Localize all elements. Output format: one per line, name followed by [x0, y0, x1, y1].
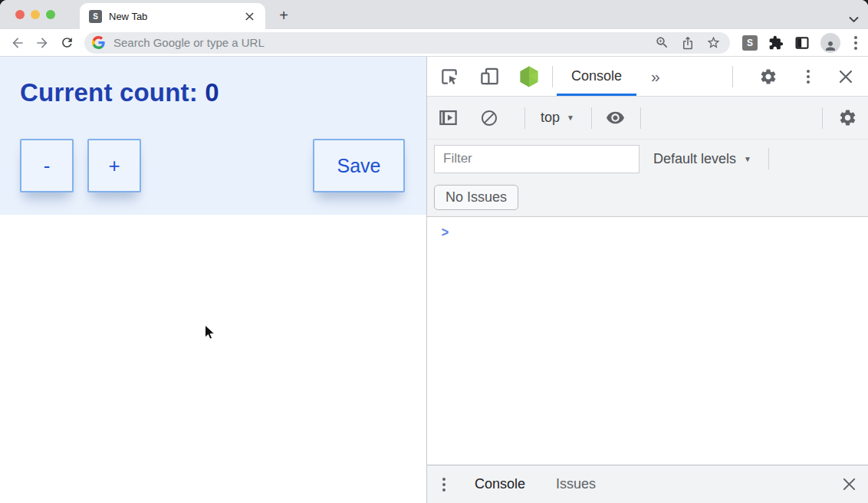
- increment-button[interactable]: +: [87, 139, 141, 192]
- devtools-panel: Console »: [426, 57, 868, 503]
- browser-window: S New Tab +: [0, 0, 868, 503]
- console-prompt-icon[interactable]: >: [442, 224, 449, 241]
- divider: [591, 107, 592, 129]
- more-tabs-icon[interactable]: »: [640, 67, 671, 86]
- console-toolbar: top ▼: [427, 97, 868, 140]
- bookmark-star-icon[interactable]: [706, 35, 721, 50]
- window-controls: [0, 0, 66, 29]
- browser-menu-icon[interactable]: [851, 33, 860, 53]
- context-selector[interactable]: top ▼: [538, 110, 577, 126]
- tab-console-label: Console: [571, 68, 622, 84]
- zoom-window-button[interactable]: [46, 10, 55, 19]
- tab-console[interactable]: Console: [553, 57, 640, 96]
- counter-panel: Current count: 0 - + Save: [0, 57, 426, 215]
- devtools-menu-icon[interactable]: [804, 67, 813, 87]
- console-filter-row: Default levels ▼: [427, 140, 868, 178]
- address-input[interactable]: [112, 35, 655, 50]
- divider: [524, 107, 525, 129]
- device-toolbar-icon[interactable]: [479, 66, 500, 87]
- toolbar-extensions: S: [742, 33, 860, 53]
- counter-heading: Current count: 0: [0, 57, 426, 107]
- log-levels-caret-icon: ▼: [744, 155, 751, 163]
- settings-gear-icon[interactable]: [759, 67, 778, 86]
- browser-toolbar: S: [0, 29, 868, 57]
- browser-tab[interactable]: S New Tab: [80, 3, 265, 29]
- close-window-button[interactable]: [15, 10, 25, 19]
- profile-avatar[interactable]: [820, 33, 840, 53]
- divider: [640, 107, 641, 129]
- drawer-tab-issues[interactable]: Issues: [556, 476, 596, 492]
- extension-s-icon[interactable]: S: [742, 35, 758, 51]
- new-tab-button[interactable]: +: [273, 5, 294, 26]
- tab-close-icon[interactable]: [242, 9, 256, 23]
- devtools-close-icon[interactable]: [839, 70, 853, 84]
- log-levels-label: Default levels: [653, 151, 736, 167]
- inspect-element-icon[interactable]: [439, 67, 459, 87]
- side-panel-icon[interactable]: [794, 35, 810, 51]
- counter-heading-label: Current count:: [20, 78, 205, 107]
- divider: [732, 66, 733, 87]
- tab-favicon: S: [89, 10, 102, 23]
- no-issues-button[interactable]: No Issues: [434, 185, 518, 210]
- divider: [768, 148, 769, 169]
- console-output-area[interactable]: >: [427, 217, 868, 465]
- drawer-tab-console[interactable]: Console: [475, 476, 525, 492]
- devtools-tab-bar: Console »: [427, 57, 868, 97]
- issues-row: No Issues: [427, 178, 868, 217]
- drawer-close-icon[interactable]: [843, 478, 856, 491]
- forward-icon[interactable]: [32, 33, 52, 53]
- drawer-menu-icon[interactable]: [439, 475, 449, 495]
- address-bar[interactable]: [84, 32, 730, 54]
- content-area: Current count: 0 - + Save: [0, 57, 868, 503]
- google-logo-icon: [92, 36, 105, 49]
- tab-strip: S New Tab +: [0, 0, 868, 29]
- context-caret-icon: ▼: [567, 113, 574, 122]
- extensions-puzzle-icon[interactable]: [768, 35, 784, 51]
- clear-console-icon[interactable]: [480, 109, 498, 127]
- devtools-controls: [732, 66, 857, 87]
- web-page: Current count: 0 - + Save: [0, 57, 426, 503]
- counter-value: 0: [205, 78, 219, 107]
- log-levels-dropdown[interactable]: Default levels ▼: [653, 151, 751, 167]
- back-icon[interactable]: [8, 33, 28, 53]
- save-button[interactable]: Save: [313, 139, 405, 192]
- reload-icon[interactable]: [57, 33, 77, 53]
- console-sidebar-icon[interactable]: [438, 107, 459, 128]
- live-expression-eye-icon[interactable]: [606, 108, 625, 127]
- zoom-in-icon[interactable]: [655, 35, 669, 50]
- active-tab-underline: [557, 94, 636, 96]
- decrement-button[interactable]: -: [20, 139, 74, 192]
- tab-search-chevron-icon[interactable]: [849, 16, 859, 23]
- console-filter-input[interactable]: [434, 145, 639, 173]
- mouse-cursor-icon: [204, 324, 216, 341]
- devtools-drawer: Console Issues: [427, 465, 868, 503]
- minimize-window-button[interactable]: [31, 10, 40, 19]
- omnibox-actions: [655, 35, 722, 50]
- divider: [822, 107, 823, 129]
- nodejs-icon[interactable]: [518, 65, 540, 88]
- tab-title: New Tab: [109, 11, 147, 22]
- context-label: top: [541, 110, 560, 126]
- console-settings-gear-icon[interactable]: [838, 108, 857, 127]
- share-icon[interactable]: [681, 36, 695, 50]
